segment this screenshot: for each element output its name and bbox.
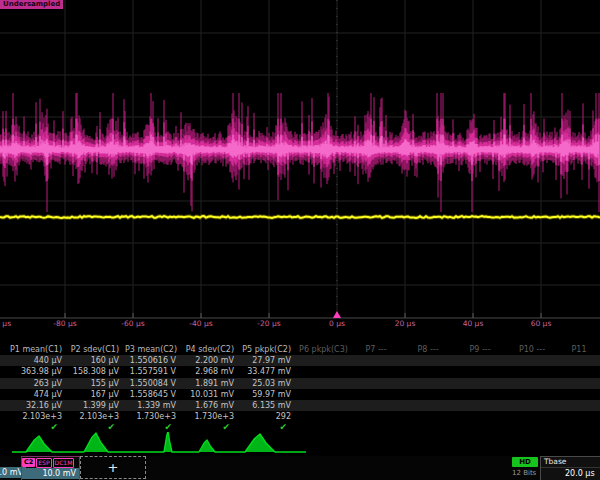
timebase-descriptor[interactable]: Tbase 20.0 µs xyxy=(540,456,600,480)
measure-min-value: 1.550084 V xyxy=(125,378,182,389)
measurement-table: P1 mean(C1)P2 sdev(C1)P3 mean(C2)P4 sdev… xyxy=(0,344,600,434)
measure-column-header[interactable]: P5 pkpk(C2) xyxy=(240,344,297,355)
measure-column-header-unused[interactable]: P10 --- xyxy=(506,344,558,355)
measure-empty-cell xyxy=(558,389,600,400)
waveform-display[interactable]: Undersampled -100 µs-80 µs-60 µs-40 µs-2… xyxy=(0,0,600,332)
channel-c2-descriptor[interactable]: C2 ESP DC1M 10.0 mV xyxy=(21,456,80,480)
measure-empty-cell xyxy=(506,389,558,400)
measure-num-value: 2.103e+3 xyxy=(0,411,68,422)
measure-max-value: 1.558645 V xyxy=(125,389,182,400)
measure-column-header-unused[interactable]: P11 xyxy=(558,344,600,355)
measure-empty-cell xyxy=(558,366,600,377)
measure-empty-cell xyxy=(558,400,600,411)
waveform-traces xyxy=(0,0,600,332)
measure-empty-cell xyxy=(402,400,454,411)
measure-empty-cell xyxy=(402,389,454,400)
time-tick-label: -20 µs xyxy=(257,319,280,328)
hd-bits-label: 12 Bits xyxy=(512,469,542,477)
measure-num-value: 2.103e+3 xyxy=(68,411,125,422)
timebase-value: 20.0 µs xyxy=(541,468,600,479)
measure-empty-cell xyxy=(350,378,402,389)
time-tick-label: 60 µs xyxy=(531,319,552,328)
measure-value-value: 2.200 mV xyxy=(182,355,240,366)
time-tick-label: 0 µs xyxy=(329,319,345,328)
measure-num-value: 292 xyxy=(240,411,297,422)
measure-max-value: 167 µV xyxy=(68,389,125,400)
measure-empty-cell xyxy=(454,378,506,389)
measure-max-value: 59.97 mV xyxy=(240,389,297,400)
measure-empty-cell xyxy=(558,355,600,366)
measure-min-value: 155 µV xyxy=(68,378,125,389)
measure-sdev-value: 1.399 µV xyxy=(68,400,125,411)
measure-empty-cell xyxy=(297,355,350,366)
measure-empty-cell xyxy=(558,378,600,389)
measure-column-header[interactable]: P4 sdev(C2) xyxy=(182,344,240,355)
measure-min-value: 25.03 mV xyxy=(240,378,297,389)
measure-empty-cell xyxy=(454,389,506,400)
measure-empty-cell xyxy=(402,366,454,377)
time-tick-label: -80 µs xyxy=(53,319,76,328)
measure-min-value: 1.891 mV xyxy=(182,378,240,389)
time-tick-label: -60 µs xyxy=(121,319,144,328)
measure-empty-cell xyxy=(350,389,402,400)
measure-empty-cell xyxy=(297,389,350,400)
measure-empty-cell xyxy=(350,400,402,411)
measure-column-header[interactable]: P2 sdev(C1) xyxy=(68,344,125,355)
oscilloscope-screen: Undersampled -100 µs-80 µs-60 µs-40 µs-2… xyxy=(0,0,600,480)
measure-max-value: 10.031 mV xyxy=(182,389,240,400)
measure-mean-value: 363.98 µV xyxy=(0,366,68,377)
measure-num-value: 1.730e+3 xyxy=(182,411,240,422)
measure-value-value: 1.550616 V xyxy=(125,355,182,366)
channel-bar: C1 DC1M 10.0 mV C2 ESP DC1M 10.0 mV + HD… xyxy=(0,456,600,480)
measure-column-header-unused[interactable]: P8 --- xyxy=(402,344,454,355)
c2-esp-badge: ESP xyxy=(36,458,51,468)
measure-value-value: 27.97 mV xyxy=(240,355,297,366)
measure-num-value: 1.730e+3 xyxy=(125,411,182,422)
measure-column-header-unused[interactable]: P9 --- xyxy=(454,344,506,355)
measure-column-header-unused[interactable]: P6 pkpk(C3) xyxy=(297,344,350,355)
plus-icon: + xyxy=(108,460,119,475)
c2-coupling-badge: DC1M xyxy=(53,458,75,468)
measure-empty-cell xyxy=(454,366,506,377)
time-axis: -100 µs-80 µs-60 µs-40 µs-20 µs0 µs20 µs… xyxy=(0,319,600,332)
undersampled-warning: Undersampled xyxy=(0,0,63,9)
histogram-trace[interactable] xyxy=(0,432,600,456)
histogram-svg xyxy=(0,432,600,456)
measure-sdev-value: 1.339 mV xyxy=(125,400,182,411)
measure-empty-cell xyxy=(297,366,350,377)
hd-mode-badge[interactable]: HD xyxy=(512,457,538,467)
c2-scale-value: 10.0 mV xyxy=(22,468,79,479)
measure-empty-cell xyxy=(454,400,506,411)
measure-sdev-value: 6.135 mV xyxy=(240,400,297,411)
c2-label: C2 xyxy=(22,458,35,467)
measure-empty-cell xyxy=(297,400,350,411)
measure-empty-cell xyxy=(350,411,402,422)
measure-empty-cell xyxy=(506,355,558,366)
measure-sdev-value: 1.676 mV xyxy=(182,400,240,411)
measure-mean-value: 33.477 mV xyxy=(240,366,297,377)
measure-empty-cell xyxy=(297,378,350,389)
measure-column-header[interactable]: P1 mean(C1) xyxy=(0,344,68,355)
measure-empty-cell xyxy=(350,366,402,377)
measure-sdev-value: 32.16 µV xyxy=(0,400,68,411)
add-trace-button[interactable]: + xyxy=(80,456,146,479)
time-tick-label: 40 µs xyxy=(463,319,484,328)
measure-empty-cell xyxy=(402,355,454,366)
measure-min-value: 263 µV xyxy=(0,378,68,389)
measure-empty-cell xyxy=(506,411,558,422)
measure-max-value: 474 µV xyxy=(0,389,68,400)
measure-value-value: 440 µV xyxy=(0,355,68,366)
time-tick-label: -40 µs xyxy=(189,319,212,328)
time-tick-label: -100 µs xyxy=(0,319,11,328)
time-tick-label: 20 µs xyxy=(395,319,416,328)
measure-empty-cell xyxy=(506,366,558,377)
measure-mean-value: 158.308 µV xyxy=(68,366,125,377)
measure-empty-cell xyxy=(558,411,600,422)
trigger-time-marker[interactable] xyxy=(333,311,341,318)
measure-column-header-unused[interactable]: P7 --- xyxy=(350,344,402,355)
measure-column-header[interactable]: P3 mean(C2) xyxy=(125,344,182,355)
measure-mean-value: 2.968 mV xyxy=(182,366,240,377)
measure-empty-cell xyxy=(402,378,454,389)
timebase-title: Tbase xyxy=(541,457,600,468)
measure-mean-value: 1.557591 V xyxy=(125,366,182,377)
